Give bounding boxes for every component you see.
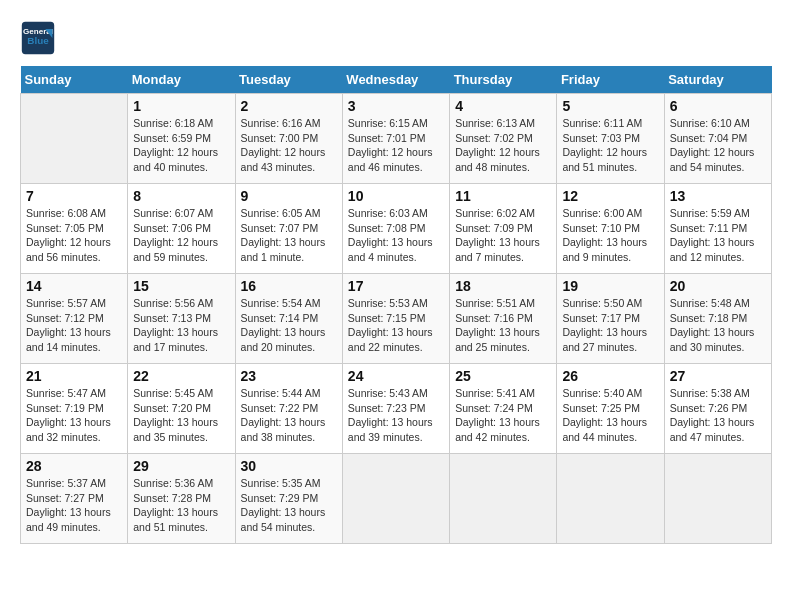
calendar-cell: 15Sunrise: 5:56 AM Sunset: 7:13 PM Dayli… xyxy=(128,274,235,364)
day-info: Sunrise: 6:15 AM Sunset: 7:01 PM Dayligh… xyxy=(348,116,444,175)
day-info: Sunrise: 6:16 AM Sunset: 7:00 PM Dayligh… xyxy=(241,116,337,175)
column-header-sunday: Sunday xyxy=(21,66,128,94)
day-info: Sunrise: 6:07 AM Sunset: 7:06 PM Dayligh… xyxy=(133,206,229,265)
day-info: Sunrise: 5:44 AM Sunset: 7:22 PM Dayligh… xyxy=(241,386,337,445)
day-number: 7 xyxy=(26,188,122,204)
calendar-cell: 2Sunrise: 6:16 AM Sunset: 7:00 PM Daylig… xyxy=(235,94,342,184)
calendar-cell: 22Sunrise: 5:45 AM Sunset: 7:20 PM Dayli… xyxy=(128,364,235,454)
calendar-cell: 4Sunrise: 6:13 AM Sunset: 7:02 PM Daylig… xyxy=(450,94,557,184)
day-info: Sunrise: 6:10 AM Sunset: 7:04 PM Dayligh… xyxy=(670,116,766,175)
day-info: Sunrise: 5:41 AM Sunset: 7:24 PM Dayligh… xyxy=(455,386,551,445)
day-number: 18 xyxy=(455,278,551,294)
day-number: 1 xyxy=(133,98,229,114)
calendar-cell: 20Sunrise: 5:48 AM Sunset: 7:18 PM Dayli… xyxy=(664,274,771,364)
calendar-cell xyxy=(450,454,557,544)
week-row-5: 28Sunrise: 5:37 AM Sunset: 7:27 PM Dayli… xyxy=(21,454,772,544)
calendar-cell: 6Sunrise: 6:10 AM Sunset: 7:04 PM Daylig… xyxy=(664,94,771,184)
calendar-cell: 1Sunrise: 6:18 AM Sunset: 6:59 PM Daylig… xyxy=(128,94,235,184)
calendar-cell: 11Sunrise: 6:02 AM Sunset: 7:09 PM Dayli… xyxy=(450,184,557,274)
day-info: Sunrise: 5:51 AM Sunset: 7:16 PM Dayligh… xyxy=(455,296,551,355)
day-info: Sunrise: 6:05 AM Sunset: 7:07 PM Dayligh… xyxy=(241,206,337,265)
day-number: 3 xyxy=(348,98,444,114)
day-number: 24 xyxy=(348,368,444,384)
page-header: General Blue xyxy=(20,20,772,56)
day-info: Sunrise: 5:54 AM Sunset: 7:14 PM Dayligh… xyxy=(241,296,337,355)
column-header-tuesday: Tuesday xyxy=(235,66,342,94)
calendar-cell: 25Sunrise: 5:41 AM Sunset: 7:24 PM Dayli… xyxy=(450,364,557,454)
day-number: 2 xyxy=(241,98,337,114)
day-number: 23 xyxy=(241,368,337,384)
day-info: Sunrise: 6:13 AM Sunset: 7:02 PM Dayligh… xyxy=(455,116,551,175)
day-info: Sunrise: 5:59 AM Sunset: 7:11 PM Dayligh… xyxy=(670,206,766,265)
week-row-3: 14Sunrise: 5:57 AM Sunset: 7:12 PM Dayli… xyxy=(21,274,772,364)
calendar-cell xyxy=(342,454,449,544)
day-number: 17 xyxy=(348,278,444,294)
column-header-wednesday: Wednesday xyxy=(342,66,449,94)
calendar-header-row: SundayMondayTuesdayWednesdayThursdayFrid… xyxy=(21,66,772,94)
calendar-cell: 17Sunrise: 5:53 AM Sunset: 7:15 PM Dayli… xyxy=(342,274,449,364)
calendar-cell: 28Sunrise: 5:37 AM Sunset: 7:27 PM Dayli… xyxy=(21,454,128,544)
day-number: 25 xyxy=(455,368,551,384)
day-number: 8 xyxy=(133,188,229,204)
week-row-4: 21Sunrise: 5:47 AM Sunset: 7:19 PM Dayli… xyxy=(21,364,772,454)
day-info: Sunrise: 5:47 AM Sunset: 7:19 PM Dayligh… xyxy=(26,386,122,445)
calendar-cell: 14Sunrise: 5:57 AM Sunset: 7:12 PM Dayli… xyxy=(21,274,128,364)
calendar-cell: 3Sunrise: 6:15 AM Sunset: 7:01 PM Daylig… xyxy=(342,94,449,184)
calendar-cell: 8Sunrise: 6:07 AM Sunset: 7:06 PM Daylig… xyxy=(128,184,235,274)
calendar-body: 1Sunrise: 6:18 AM Sunset: 6:59 PM Daylig… xyxy=(21,94,772,544)
svg-text:Blue: Blue xyxy=(27,35,49,46)
calendar-cell: 29Sunrise: 5:36 AM Sunset: 7:28 PM Dayli… xyxy=(128,454,235,544)
calendar-cell: 26Sunrise: 5:40 AM Sunset: 7:25 PM Dayli… xyxy=(557,364,664,454)
day-info: Sunrise: 5:37 AM Sunset: 7:27 PM Dayligh… xyxy=(26,476,122,535)
day-number: 4 xyxy=(455,98,551,114)
day-info: Sunrise: 5:56 AM Sunset: 7:13 PM Dayligh… xyxy=(133,296,229,355)
calendar-cell xyxy=(557,454,664,544)
calendar-cell: 13Sunrise: 5:59 AM Sunset: 7:11 PM Dayli… xyxy=(664,184,771,274)
day-info: Sunrise: 6:03 AM Sunset: 7:08 PM Dayligh… xyxy=(348,206,444,265)
day-number: 27 xyxy=(670,368,766,384)
day-number: 21 xyxy=(26,368,122,384)
column-header-friday: Friday xyxy=(557,66,664,94)
day-number: 15 xyxy=(133,278,229,294)
day-info: Sunrise: 5:35 AM Sunset: 7:29 PM Dayligh… xyxy=(241,476,337,535)
day-number: 14 xyxy=(26,278,122,294)
day-number: 10 xyxy=(348,188,444,204)
calendar-cell: 12Sunrise: 6:00 AM Sunset: 7:10 PM Dayli… xyxy=(557,184,664,274)
day-number: 13 xyxy=(670,188,766,204)
day-number: 11 xyxy=(455,188,551,204)
day-number: 29 xyxy=(133,458,229,474)
calendar-cell: 16Sunrise: 5:54 AM Sunset: 7:14 PM Dayli… xyxy=(235,274,342,364)
day-info: Sunrise: 5:43 AM Sunset: 7:23 PM Dayligh… xyxy=(348,386,444,445)
calendar-cell: 7Sunrise: 6:08 AM Sunset: 7:05 PM Daylig… xyxy=(21,184,128,274)
day-number: 9 xyxy=(241,188,337,204)
calendar-cell: 19Sunrise: 5:50 AM Sunset: 7:17 PM Dayli… xyxy=(557,274,664,364)
column-header-thursday: Thursday xyxy=(450,66,557,94)
calendar-cell: 27Sunrise: 5:38 AM Sunset: 7:26 PM Dayli… xyxy=(664,364,771,454)
day-number: 12 xyxy=(562,188,658,204)
day-info: Sunrise: 5:38 AM Sunset: 7:26 PM Dayligh… xyxy=(670,386,766,445)
column-header-monday: Monday xyxy=(128,66,235,94)
calendar-cell: 30Sunrise: 5:35 AM Sunset: 7:29 PM Dayli… xyxy=(235,454,342,544)
day-info: Sunrise: 5:36 AM Sunset: 7:28 PM Dayligh… xyxy=(133,476,229,535)
calendar-cell: 21Sunrise: 5:47 AM Sunset: 7:19 PM Dayli… xyxy=(21,364,128,454)
day-info: Sunrise: 5:48 AM Sunset: 7:18 PM Dayligh… xyxy=(670,296,766,355)
day-number: 26 xyxy=(562,368,658,384)
day-info: Sunrise: 5:57 AM Sunset: 7:12 PM Dayligh… xyxy=(26,296,122,355)
calendar-cell xyxy=(21,94,128,184)
calendar-cell: 24Sunrise: 5:43 AM Sunset: 7:23 PM Dayli… xyxy=(342,364,449,454)
day-info: Sunrise: 5:53 AM Sunset: 7:15 PM Dayligh… xyxy=(348,296,444,355)
day-number: 30 xyxy=(241,458,337,474)
week-row-2: 7Sunrise: 6:08 AM Sunset: 7:05 PM Daylig… xyxy=(21,184,772,274)
day-info: Sunrise: 5:40 AM Sunset: 7:25 PM Dayligh… xyxy=(562,386,658,445)
day-info: Sunrise: 6:18 AM Sunset: 6:59 PM Dayligh… xyxy=(133,116,229,175)
day-number: 28 xyxy=(26,458,122,474)
day-info: Sunrise: 5:45 AM Sunset: 7:20 PM Dayligh… xyxy=(133,386,229,445)
day-number: 20 xyxy=(670,278,766,294)
day-info: Sunrise: 5:50 AM Sunset: 7:17 PM Dayligh… xyxy=(562,296,658,355)
calendar-cell: 9Sunrise: 6:05 AM Sunset: 7:07 PM Daylig… xyxy=(235,184,342,274)
day-info: Sunrise: 6:02 AM Sunset: 7:09 PM Dayligh… xyxy=(455,206,551,265)
day-number: 22 xyxy=(133,368,229,384)
day-number: 6 xyxy=(670,98,766,114)
logo: General Blue xyxy=(20,20,62,56)
day-info: Sunrise: 6:11 AM Sunset: 7:03 PM Dayligh… xyxy=(562,116,658,175)
